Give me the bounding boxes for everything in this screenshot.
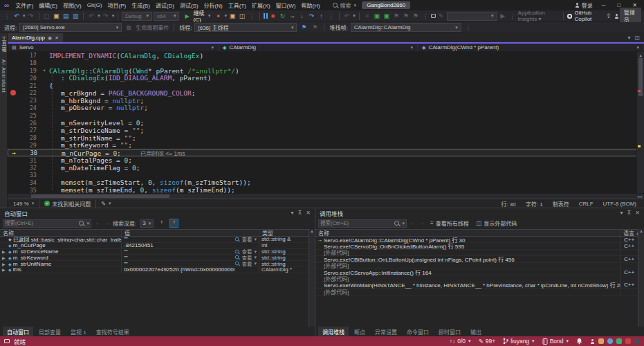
watch-row[interactable]: ▶ ◆ this 0x000002207e492520 {hWnd=0x0000… <box>0 267 315 273</box>
word-wrap-icon[interactable]: ≡ <box>363 11 371 21</box>
code-line[interactable]: 32m_nDateTimeFlag = 0; <box>8 164 644 172</box>
tool-window-tab[interactable]: 即时窗口 <box>434 327 465 336</box>
expand-icon[interactable]: ▶ <box>2 267 7 272</box>
code-line[interactable]: →30m_nCurPage = 0;已用时间 <= 1ms <box>8 149 644 156</box>
line-indicator[interactable]: 行: 30 <box>496 200 520 208</box>
collapse-icon[interactable]: ▾ <box>39 68 49 73</box>
step-into-icon[interactable]: ↓ <box>298 11 306 21</box>
show-external-code-button[interactable]: ◫ 显示外部代码 <box>475 219 519 227</box>
share-icon[interactable]: ⇪ <box>605 11 613 21</box>
minimize-button[interactable]: ─ <box>599 2 609 8</box>
filter-flagged-icon[interactable]: ⚑ <box>311 22 319 33</box>
menu-item[interactable]: 工具(T) <box>226 0 249 10</box>
menu-item[interactable]: 窗口(W) <box>273 0 299 10</box>
char-indicator[interactable]: 字符: 1 <box>521 200 548 208</box>
thread-combo[interactable]: [636] 主线程▾ <box>194 23 297 32</box>
tray-shield-green-icon[interactable] <box>616 338 622 344</box>
panel-scrollbar[interactable]: ▲ <box>309 229 315 327</box>
call-stack-header[interactable]: 调用堆栈 ▾ ⊼ ✕ <box>315 208 644 217</box>
view-button[interactable]: 查看 ▾ <box>234 237 257 242</box>
menu-item[interactable]: 扩展(X) <box>249 0 273 10</box>
feedback-icon[interactable] <box>614 14 618 19</box>
breakpoint-margin[interactable] <box>8 90 19 95</box>
platform-combo[interactable]: x64▾ <box>154 12 180 21</box>
tool-window-tab[interactable]: 自动窗口 <box>3 327 33 336</box>
view-button[interactable]: 查看 ▾ <box>234 249 257 255</box>
code-line[interactable]: 34memset(m_szTimeStart, 0, sizeof(m_szTi… <box>8 179 644 187</box>
apply-code-changes-icon[interactable]: ▣ <box>228 11 237 21</box>
code-line[interactable]: 31m_nTotalPages = 0; <box>8 156 644 164</box>
tool-window-tab[interactable]: 局部变量 <box>35 327 65 336</box>
code-line[interactable]: 18 <box>8 60 644 67</box>
column-name[interactable]: 名称 <box>0 230 122 236</box>
navigate-back-icon[interactable]: ↶ <box>12 11 21 21</box>
menu-item[interactable]: 调试(D) <box>153 0 177 10</box>
view-button[interactable]: 查看 ▾ <box>234 255 257 260</box>
git-sync-button[interactable]: ↑↓ 0/0 ▾ <box>450 338 471 345</box>
code-cleanup-button[interactable]: ✎ ▾ <box>98 201 113 207</box>
navigate-forward-icon[interactable]: ↷ <box>27 11 35 21</box>
pin-icon[interactable]: ◉ <box>48 35 52 41</box>
horizontal-scrollbar[interactable]: ◂ ▸ <box>8 193 644 199</box>
undo-icon[interactable]: ↶ <box>342 11 351 21</box>
save-icon[interactable]: ▤ <box>62 11 70 21</box>
zoom-combo[interactable]: 149 %▾ <box>10 201 37 207</box>
step-over-icon[interactable]: ↷ <box>308 11 316 21</box>
tray-upload-icon[interactable] <box>598 338 604 344</box>
tool-window-tab[interactable]: 命令窗口 <box>403 327 433 336</box>
menu-item[interactable]: 编辑(E) <box>36 0 60 10</box>
code-line[interactable]: 35memset(m_szTimeEnd, 0, sizeof(m_szTime… <box>8 186 644 193</box>
notifications-bell-icon[interactable] <box>576 338 582 345</box>
panel-scrollbar[interactable]: ▲ <box>638 229 644 327</box>
search-next-icon[interactable]: → <box>104 220 109 226</box>
search-depth-combo[interactable]: 3▾ <box>140 219 154 228</box>
code-line[interactable]: 26m_nSeverityLevel = 0; <box>8 119 644 127</box>
toolbar-overflow-icon[interactable]: ⋮ <box>421 11 430 21</box>
github-copilot-button[interactable]: GitHub Copilot <box>567 10 603 22</box>
code-line[interactable]: 20: CDialogEx(IDD_DIALOG_ALARM, pParent) <box>8 74 644 82</box>
column-type[interactable]: 类型 <box>259 230 315 236</box>
toolbar-grip-icon[interactable]: ⋮ <box>3 11 11 21</box>
flag-threads-icon[interactable]: ⚑ <box>300 22 308 33</box>
pending-edits-button[interactable]: ✎ 99+ <box>479 338 496 345</box>
active-files-dropdown-icon[interactable]: ▾ <box>627 35 630 41</box>
save-all-icon[interactable]: ▥ <box>71 11 80 21</box>
pin-icon[interactable]: ⊼ <box>627 210 631 216</box>
break-all-icon[interactable] <box>264 13 268 19</box>
sign-in-button[interactable]: 登录 <box>575 1 593 9</box>
scroll-right-icon[interactable]: ◂ ▸ <box>637 194 643 199</box>
quick-search[interactable]: 搜索 ▾ <box>333 1 357 9</box>
solution-name-badge[interactable]: GangBond2860 <box>362 1 410 9</box>
tool-window-tab[interactable]: 监视 1 <box>66 327 91 336</box>
process-combo[interactable]: [2680] Servo.exe▾ <box>19 23 122 32</box>
encoding-indicator[interactable]: UTF-8 (BOM) <box>598 201 641 207</box>
menu-item[interactable]: 文件(F) <box>12 0 36 10</box>
menu-item[interactable]: 视图(V) <box>60 0 84 10</box>
text-visualizer-icon[interactable]: ᵀ <box>169 219 178 228</box>
expand-icon[interactable]: ▶ <box>2 249 7 254</box>
pin-icon[interactable]: ⊼ <box>297 210 302 216</box>
close-icon[interactable]: ✕ <box>635 210 640 216</box>
member-combo[interactable]: ◆ CAlarmDlg(CWnd * pParent) ▾ <box>418 44 644 51</box>
configuration-combo[interactable]: Debug▾ <box>122 12 152 21</box>
tabs-indicator[interactable]: 制表符 <box>548 200 574 208</box>
toolbar-overflow-icon[interactable]: ⋮ <box>248 11 256 21</box>
git-branch-button[interactable]: liuyang ▾ <box>503 338 534 345</box>
redo-icon[interactable]: ↷ <box>102 11 110 21</box>
tool-window-tab[interactable]: 查找符号结果 <box>92 327 134 336</box>
window-position-icon[interactable]: ▾ <box>291 210 293 216</box>
search-next-icon[interactable]: → <box>419 220 425 226</box>
code-line[interactable]: 22m_crBkgnd = PAGE_BACKGROUND_COLOR; <box>8 89 644 97</box>
split-window-icon[interactable]: ◫ <box>634 35 640 41</box>
sidebar-item-toolbox[interactable]: 工具箱 <box>0 36 7 53</box>
menu-item[interactable]: 项目(P) <box>104 0 129 10</box>
vertical-scrollbar[interactable]: ▲ <box>636 52 644 193</box>
code-line[interactable]: 23m_hbrBkgnd = nullptr; <box>8 97 644 104</box>
toolbar-overflow-icon[interactable]: ⋮ <box>464 22 472 33</box>
code-line[interactable]: 25 <box>8 111 644 119</box>
autos-search[interactable]: ▾ <box>3 219 91 228</box>
column-name[interactable]: 名称 <box>315 230 620 236</box>
bookmark-icon[interactable]: ⚑ <box>392 11 401 21</box>
tray-shield-red-icon[interactable] <box>625 338 631 344</box>
undo-icon[interactable]: ↶ <box>87 11 95 21</box>
